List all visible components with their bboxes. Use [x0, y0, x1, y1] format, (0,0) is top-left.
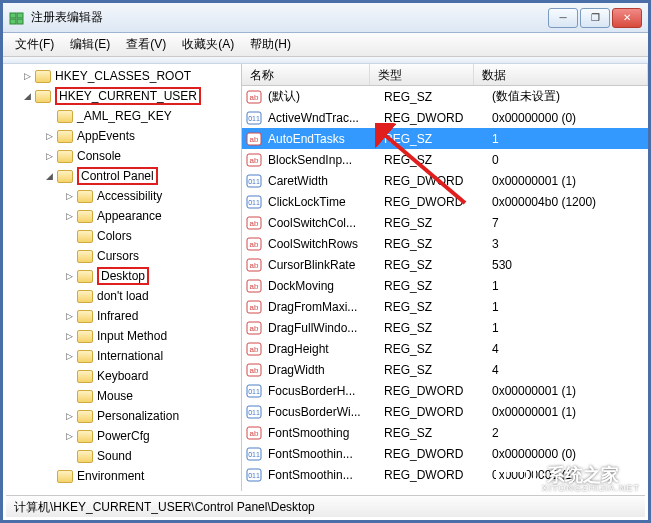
- tree-label[interactable]: _AML_REG_KEY: [77, 109, 172, 123]
- expander-icon[interactable]: [63, 290, 75, 302]
- value-row[interactable]: abCoolSwitchCol...REG_SZ7: [242, 212, 648, 233]
- tree-node[interactable]: don't load: [3, 286, 241, 306]
- expander-icon[interactable]: [43, 470, 55, 482]
- tree-label[interactable]: Console: [77, 149, 121, 163]
- menu-file[interactable]: 文件(F): [9, 34, 60, 55]
- tree-node[interactable]: ◢Control Panel: [3, 166, 241, 186]
- tree-label[interactable]: AppEvents: [77, 129, 135, 143]
- expander-icon[interactable]: [43, 110, 55, 122]
- expander-icon[interactable]: ▷: [63, 210, 75, 222]
- value-row[interactable]: 011CaretWidthREG_DWORD0x00000001 (1): [242, 170, 648, 191]
- value-row[interactable]: abAutoEndTasksREG_SZ1: [242, 128, 648, 149]
- value-row[interactable]: abFontSmoothingREG_SZ2: [242, 422, 648, 443]
- value-row[interactable]: 011FocusBorderH...REG_DWORD0x00000001 (1…: [242, 380, 648, 401]
- expander-icon[interactable]: ▷: [63, 270, 75, 282]
- tree-node[interactable]: ▷Console: [3, 146, 241, 166]
- value-row[interactable]: abDragFullWindo...REG_SZ1: [242, 317, 648, 338]
- tree-node[interactable]: Keyboard: [3, 366, 241, 386]
- tree-node[interactable]: ▷Infrared: [3, 306, 241, 326]
- tree-label[interactable]: Mouse: [97, 389, 133, 403]
- tree-label[interactable]: Infrared: [97, 309, 138, 323]
- folder-icon: [57, 470, 73, 483]
- tree-node[interactable]: ▷Personalization: [3, 406, 241, 426]
- tree-label[interactable]: HKEY_CLASSES_ROOT: [55, 69, 191, 83]
- tree-label[interactable]: Input Method: [97, 329, 167, 343]
- tree-node[interactable]: Environment: [3, 466, 241, 486]
- value-row[interactable]: 011FocusBorderWi...REG_DWORD0x00000001 (…: [242, 401, 648, 422]
- expander-icon[interactable]: ▷: [63, 190, 75, 202]
- tree-label[interactable]: Accessibility: [97, 189, 162, 203]
- tree-pane[interactable]: ▷HKEY_CLASSES_ROOT◢HKEY_CURRENT_USER_AML…: [3, 64, 242, 491]
- expander-icon[interactable]: ◢: [21, 90, 33, 102]
- expander-icon[interactable]: ▷: [63, 330, 75, 342]
- tree-node[interactable]: Colors: [3, 226, 241, 246]
- value-row[interactable]: abDragHeightREG_SZ4: [242, 338, 648, 359]
- tree-node[interactable]: ▷International: [3, 346, 241, 366]
- value-row[interactable]: abBlockSendInp...REG_SZ0: [242, 149, 648, 170]
- expander-icon[interactable]: ▷: [63, 310, 75, 322]
- menu-favorites[interactable]: 收藏夹(A): [176, 34, 240, 55]
- value-row[interactable]: abCursorBlinkRateREG_SZ530: [242, 254, 648, 275]
- tree-label[interactable]: Colors: [97, 229, 132, 243]
- tree-node[interactable]: ▷Desktop: [3, 266, 241, 286]
- expander-icon[interactable]: ▷: [63, 430, 75, 442]
- tree-node[interactable]: _AML_REG_KEY: [3, 106, 241, 126]
- tree-label[interactable]: Appearance: [97, 209, 162, 223]
- tree-label[interactable]: Keyboard: [97, 369, 148, 383]
- column-name[interactable]: 名称: [242, 64, 370, 85]
- tree-node[interactable]: ▷Appearance: [3, 206, 241, 226]
- expander-icon[interactable]: [63, 250, 75, 262]
- tree-node[interactable]: ▷Input Method: [3, 326, 241, 346]
- value-row[interactable]: 011FontSmoothin...REG_DWORD0x00000001 (1…: [242, 464, 648, 485]
- minimize-button[interactable]: ─: [548, 8, 578, 28]
- tree-label[interactable]: Sound: [97, 449, 132, 463]
- tree-node[interactable]: Mouse: [3, 386, 241, 406]
- binary-value-icon: 011: [246, 404, 262, 420]
- tree-label[interactable]: Cursors: [97, 249, 139, 263]
- svg-rect-2: [10, 19, 16, 24]
- value-type: REG_SZ: [384, 258, 492, 272]
- list-pane[interactable]: 名称 类型 数据 ab(默认)REG_SZ(数值未设置)011ActiveWnd…: [242, 64, 648, 491]
- tree-label[interactable]: Control Panel: [77, 167, 158, 185]
- value-row[interactable]: abDragFromMaxi...REG_SZ1: [242, 296, 648, 317]
- tree-node[interactable]: Sound: [3, 446, 241, 466]
- tree-node[interactable]: ▷AppEvents: [3, 126, 241, 146]
- expander-icon[interactable]: [63, 450, 75, 462]
- value-row[interactable]: abCoolSwitchRowsREG_SZ3: [242, 233, 648, 254]
- menu-view[interactable]: 查看(V): [120, 34, 172, 55]
- expander-icon[interactable]: [63, 390, 75, 402]
- expander-icon[interactable]: [63, 370, 75, 382]
- expander-icon[interactable]: ▷: [63, 410, 75, 422]
- value-row[interactable]: abDockMovingREG_SZ1: [242, 275, 648, 296]
- expander-icon[interactable]: ▷: [43, 130, 55, 142]
- value-row[interactable]: ab(默认)REG_SZ(数值未设置): [242, 86, 648, 107]
- tree-node[interactable]: ▷Accessibility: [3, 186, 241, 206]
- column-data[interactable]: 数据: [474, 64, 648, 85]
- menu-edit[interactable]: 编辑(E): [64, 34, 116, 55]
- svg-text:ab: ab: [250, 324, 259, 333]
- tree-label[interactable]: International: [97, 349, 163, 363]
- tree-label[interactable]: Desktop: [97, 267, 149, 285]
- expander-icon[interactable]: [63, 230, 75, 242]
- tree-label[interactable]: PowerCfg: [97, 429, 150, 443]
- value-row[interactable]: 011FontSmoothin...REG_DWORD0x00000000 (0…: [242, 443, 648, 464]
- close-button[interactable]: ✕: [612, 8, 642, 28]
- tree-label[interactable]: Personalization: [97, 409, 179, 423]
- tree-node[interactable]: Cursors: [3, 246, 241, 266]
- expander-icon[interactable]: ▷: [21, 70, 33, 82]
- value-row[interactable]: 011ActiveWndTrac...REG_DWORD0x00000000 (…: [242, 107, 648, 128]
- value-row[interactable]: 011ClickLockTimeREG_DWORD0x000004b0 (120…: [242, 191, 648, 212]
- menu-help[interactable]: 帮助(H): [244, 34, 297, 55]
- expander-icon[interactable]: ▷: [63, 350, 75, 362]
- tree-label[interactable]: Environment: [77, 469, 144, 483]
- maximize-button[interactable]: ❐: [580, 8, 610, 28]
- expander-icon[interactable]: ◢: [43, 170, 55, 182]
- tree-node[interactable]: ▷HKEY_CLASSES_ROOT: [3, 66, 241, 86]
- expander-icon[interactable]: ▷: [43, 150, 55, 162]
- value-row[interactable]: abDragWidthREG_SZ4: [242, 359, 648, 380]
- tree-label[interactable]: don't load: [97, 289, 149, 303]
- tree-node[interactable]: ◢HKEY_CURRENT_USER: [3, 86, 241, 106]
- tree-node[interactable]: ▷PowerCfg: [3, 426, 241, 446]
- column-type[interactable]: 类型: [370, 64, 474, 85]
- tree-label[interactable]: HKEY_CURRENT_USER: [55, 87, 201, 105]
